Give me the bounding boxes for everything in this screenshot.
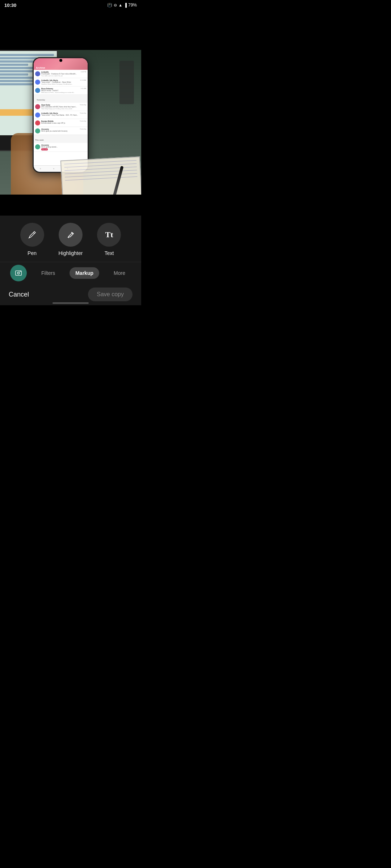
phone-email-content: Equipe Mobile Exclusividade à vista: sej… [41,120,79,124]
status-bar: 10:30 📳 ⊖ ▲ ▐ 79% [0,0,141,10]
action-bar: Cancel Save copy [0,284,141,305]
photo-icon-button[interactable] [10,265,27,281]
phone-notch [59,59,62,62]
phone-email-subject: We're getting started... [41,146,86,148]
phone-email-content: Ancestry We're glad you started with Anc… [41,128,79,132]
markup-tools-row: Pen Highlighter Tt Text [0,216,141,262]
photo-area: Archive LinkedIn Proofreader - Freelance… [0,10,141,205]
notepad-lines [61,157,140,183]
phone-archive-label: Archive [36,67,45,69]
monitor-line [0,54,54,56]
phone-email-item: Ancestry We're getting started... New ma… [34,143,88,152]
phone-email-preview: Headliner News Writer Company: One Ameri… [41,83,79,85]
phone-email-preview: Your skills seem to match this job [41,75,80,77]
more-label: More [114,270,125,276]
phone-email-item: LinkedIn Job Alerts "news writer": Sony … [34,111,88,119]
phone-email-time: 6:21 AM [81,88,86,89]
phone-email-preview: Well shout to Perth... loved reading you… [41,92,80,93]
desk-lamp [119,61,134,104]
monitor-line [0,64,28,66]
pen-tool-label: Pen [28,250,37,256]
highlighter-icon [66,230,76,240]
phone-email-subject: We're glad you started with Ancestry [41,130,79,132]
phone-avatar [35,71,40,76]
phone-email-subject: Exclusividade à vista: seja VIP já [41,122,79,124]
monitor-line [0,57,37,59]
phone-email-time: 11:19 AM [80,79,86,81]
phone-email-item: Ancestry We're glad you started with Anc… [34,127,88,135]
tab-markup[interactable]: Markup [70,267,99,279]
phone-tab-dot [53,168,54,169]
signal-icon: ▐ [124,3,127,7]
phone-email-item: LinkedIn Proofreader - Freelance AI Tuto… [34,70,88,78]
phone-tab-dot [40,168,41,169]
highlighter-tool-circle[interactable] [59,223,83,247]
phone-avatar [35,120,40,125]
phone-email-item: Equipe Mobile Exclusividade à vista: sej… [34,119,88,127]
phone-email-item: Ross Delaney MEGA review - thanks!! Well… [34,86,88,95]
notepad-line [65,176,138,180]
phone-email-content: Ancestry We're getting started... New ma… [41,144,86,150]
phone-email-content: LinkedIn Job Alerts "news writer": Sony … [41,112,79,116]
phone-email-time: Yesterday [80,104,86,106]
highlighter-tool[interactable]: Highlighter [59,223,83,256]
wifi-icon: ▲ [118,3,122,7]
phone-avatar [35,80,40,85]
new-mail-badge: New mail [41,148,48,150]
monitor-line [0,73,28,76]
phone-email-content: LinkedIn Proofreader - Freelance AI Tuto… [41,71,80,77]
markup-label: Markup [75,270,93,276]
save-copy-button[interactable]: Save copy [88,288,133,301]
status-icons: 📳 ⊖ ▲ ▐ 79% [107,3,137,8]
phone-in-hand: Archive LinkedIn Proofreader - Freelance… [33,57,89,173]
home-indicator [52,302,89,304]
bottom-nav: Filters Markup More [0,262,141,284]
section-this-week: This week [35,139,44,141]
text-tool-circle[interactable]: Tt [97,223,121,247]
phone-avatar [35,128,40,133]
filters-label: Filters [41,270,55,276]
section-yesterday: Yesterday [37,99,45,101]
phone-email-content: Start Daily DNC attendees tell ABC News … [41,104,79,110]
text-icon: Tt [105,230,113,239]
phone-screen: Archive LinkedIn Proofreader - Freelance… [34,58,88,172]
text-tool[interactable]: Tt Text [97,223,121,256]
status-time: 10:30 [4,3,16,8]
pen-tool-circle[interactable] [20,223,44,247]
cancel-button[interactable]: Cancel [9,291,29,298]
phone-email-list: LinkedIn Proofreader - Freelance AI Tuto… [34,70,88,165]
phone-avatar [35,112,40,118]
pen-icon [27,230,37,240]
top-black [0,10,141,50]
phone-email-preview: Start Daily brings you trending news eve… [41,108,79,110]
dnd-icon: ⊖ [114,3,117,8]
battery-level: 79% [128,3,137,8]
phone-avatar [35,144,40,149]
tab-filters[interactable]: Filters [35,267,61,279]
phone-avatar [35,88,40,93]
phone-email-time: 3:48 PM [81,71,86,73]
vibrate-icon: 📳 [107,3,112,8]
phone-email-content: Ross Delaney MEGA review - thanks!! Well… [41,88,80,93]
svg-point-1 [17,272,20,274]
phone-email-subject: "news writer": Sony Pixel Media - XDA - … [41,114,79,116]
phone-header: Archive [34,58,88,70]
phone-avatar [35,104,40,109]
photo-content: Archive LinkedIn Proofreader - Freelance… [0,50,141,205]
tab-more[interactable]: More [108,267,131,279]
phone-email-time: Yesterday [80,120,86,122]
markup-toolbar: Pen Highlighter Tt Text [0,216,141,262]
phone-email-item: LinkedIn Job Alerts "news writer" - Find… [34,78,88,86]
highlighter-tool-label: Highlighter [59,250,83,256]
monitor-line [0,80,37,82]
phone-email-time: Yesterday [80,128,86,130]
pen-tool[interactable]: Pen [20,223,44,256]
phone-email-time: Yesterday [80,112,86,114]
phone-email-content: LinkedIn Job Alerts "news writer" - Find… [41,79,79,85]
phone-email-item: Start Daily DNC attendees tell ABC News … [34,103,88,111]
text-tool-label: Text [105,250,114,256]
photo-edit-icon [14,269,22,277]
monitor-line [0,70,37,72]
